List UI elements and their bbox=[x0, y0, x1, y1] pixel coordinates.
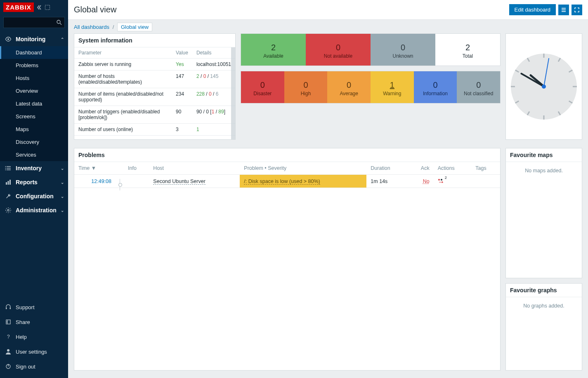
clock-minute-hand bbox=[520, 73, 544, 87]
col-duration: Duration bbox=[366, 162, 408, 175]
collapse-sidebar-icon[interactable] bbox=[36, 5, 42, 10]
param-cell: Number of users (online) bbox=[74, 124, 172, 136]
tile-value: 0 bbox=[243, 80, 282, 90]
widget-header: System information bbox=[74, 34, 235, 47]
availability-tile-available[interactable]: 2Available bbox=[241, 34, 306, 66]
availability-tile-unknown[interactable]: 0Unknown bbox=[371, 34, 435, 66]
bottom-item-user[interactable]: User settings bbox=[0, 344, 68, 359]
empty-message: No maps added. bbox=[506, 162, 582, 179]
problems-by-severity-widget: 0Disaster0High0Average1Warning0Informati… bbox=[241, 71, 501, 103]
power-icon bbox=[4, 363, 12, 370]
nav-section-administration[interactable]: Administration⌄ bbox=[0, 203, 68, 217]
svg-rect-15 bbox=[10, 308, 11, 309]
search-input[interactable] bbox=[4, 17, 64, 28]
svg-rect-14 bbox=[6, 308, 7, 309]
tile-value: 2 bbox=[438, 43, 498, 52]
nav-item-dashboard[interactable]: Dashboard bbox=[0, 46, 68, 59]
svg-rect-0 bbox=[45, 5, 50, 9]
nav-item-maps[interactable]: Maps bbox=[0, 123, 68, 136]
clock-tick bbox=[527, 111, 530, 115]
clock-widget bbox=[505, 33, 582, 140]
nav-section-configuration[interactable]: Configuration⌄ bbox=[0, 189, 68, 203]
severity-tile-disaster[interactable]: 0Disaster bbox=[241, 71, 284, 103]
problem-duration: 1m 14s bbox=[366, 175, 408, 188]
nav-item-discovery[interactable]: Discovery bbox=[0, 136, 68, 148]
nav-section-label: Reports bbox=[16, 179, 38, 185]
scrollbar[interactable] bbox=[231, 47, 235, 139]
bottom-item-support[interactable]: Support bbox=[0, 300, 68, 315]
problem-tags bbox=[471, 175, 500, 188]
tile-label: Information bbox=[416, 91, 455, 96]
nav-item-services[interactable]: Services bbox=[0, 148, 68, 161]
tile-value: 0 bbox=[459, 80, 498, 90]
chevron-up-icon: ⌃ bbox=[61, 37, 64, 42]
problem-actions-icon[interactable]: 2 bbox=[438, 178, 444, 183]
svg-rect-12 bbox=[9, 180, 11, 185]
problem-name-link[interactable]: /: Disk space is low (used > 80%) bbox=[244, 178, 320, 185]
problem-ack-link[interactable]: No bbox=[423, 178, 430, 184]
severity-tile-not-classified[interactable]: 0Not classified bbox=[457, 71, 500, 103]
tile-value: 0 bbox=[308, 43, 368, 52]
col-time[interactable]: Time ▼ bbox=[74, 162, 116, 175]
col-tags: Tags bbox=[471, 162, 500, 175]
tile-label: Unknown bbox=[373, 53, 433, 59]
bottom-item-share[interactable]: Share bbox=[0, 315, 68, 329]
problem-time-link[interactable]: 12:49:08 bbox=[91, 178, 111, 184]
clock-tick bbox=[569, 101, 573, 104]
breadcrumb: All dashboards / Global view bbox=[68, 20, 588, 33]
availability-tile-not-available[interactable]: 0Not available bbox=[306, 34, 371, 66]
severity-tile-information[interactable]: 0Information bbox=[414, 71, 457, 103]
breadcrumb-current[interactable]: Global view bbox=[117, 23, 152, 31]
system-information-widget: System information Parameter Value Detai… bbox=[74, 33, 236, 140]
chevron-down-icon: ⌄ bbox=[61, 194, 64, 199]
nav-item-screens[interactable]: Screens bbox=[0, 110, 68, 123]
dashboard-menu-icon[interactable] bbox=[558, 5, 569, 15]
search-icon[interactable] bbox=[57, 20, 62, 25]
nav-section-label: Monitoring bbox=[16, 36, 45, 42]
sidebar-toggle-icon[interactable] bbox=[45, 5, 50, 10]
sysinfo-row: Zabbix server is runningYeslocalhost:100… bbox=[74, 59, 235, 70]
bottom-item-signout[interactable]: Sign out bbox=[0, 359, 68, 374]
chart-icon bbox=[4, 179, 12, 185]
bottom-item-label: Support bbox=[16, 304, 35, 310]
nav-item-overview[interactable]: Overview bbox=[0, 85, 68, 97]
param-cell: Zabbix server is running bbox=[74, 59, 172, 70]
nav-section-inventory[interactable]: Inventory⌄ bbox=[0, 161, 68, 175]
svg-text:?: ? bbox=[7, 334, 10, 340]
svg-rect-10 bbox=[6, 182, 7, 185]
svg-point-8 bbox=[5, 168, 6, 169]
clock-tick bbox=[543, 115, 545, 120]
clock-second-hand bbox=[543, 58, 549, 87]
nav-section-reports[interactable]: Reports⌄ bbox=[0, 175, 68, 189]
bottom-item-help[interactable]: ?Help bbox=[0, 329, 68, 344]
svg-point-3 bbox=[7, 38, 9, 40]
severity-tile-average[interactable]: 0Average bbox=[327, 71, 371, 103]
nav-item-hosts[interactable]: Hosts bbox=[0, 72, 68, 85]
svg-point-9 bbox=[5, 169, 6, 170]
titlebar: Global view Edit dashboard bbox=[68, 0, 588, 20]
gear-icon bbox=[4, 207, 12, 214]
severity-tile-warning[interactable]: 1Warning bbox=[371, 71, 414, 103]
edit-dashboard-button[interactable]: Edit dashboard bbox=[509, 4, 556, 15]
breadcrumb-all-dashboards[interactable]: All dashboards bbox=[74, 24, 109, 30]
sysinfo-row: Number of triggers (enabled/disabled [pr… bbox=[74, 106, 235, 124]
svg-point-25 bbox=[441, 179, 442, 181]
nav-item-problems[interactable]: Problems bbox=[0, 59, 68, 72]
tile-label: Available bbox=[243, 53, 303, 59]
tile-value: 0 bbox=[287, 80, 325, 90]
sysinfo-row: Number of items (enabled/disabled/not su… bbox=[74, 88, 235, 106]
chevron-down-icon: ⌄ bbox=[61, 166, 64, 171]
brand-logo[interactable]: ZABBIX bbox=[3, 2, 34, 12]
nav-section-label: Configuration bbox=[16, 193, 54, 200]
fullscreen-icon[interactable] bbox=[571, 5, 582, 15]
nav-item-latest[interactable]: Latest data bbox=[0, 97, 68, 110]
severity-tile-high[interactable]: 0High bbox=[284, 71, 328, 103]
col-value: Value bbox=[172, 47, 192, 59]
nav-section-monitoring[interactable]: Monitoring⌃ bbox=[0, 32, 68, 46]
list-icon bbox=[4, 165, 12, 171]
availability-tile-total[interactable]: 2Total bbox=[435, 34, 500, 66]
problem-host-link[interactable]: Second Ubuntu Server bbox=[153, 178, 205, 185]
details-cell: localhost:10051 bbox=[192, 59, 235, 70]
tile-label: Average bbox=[330, 91, 368, 96]
tile-label: High bbox=[287, 91, 325, 96]
